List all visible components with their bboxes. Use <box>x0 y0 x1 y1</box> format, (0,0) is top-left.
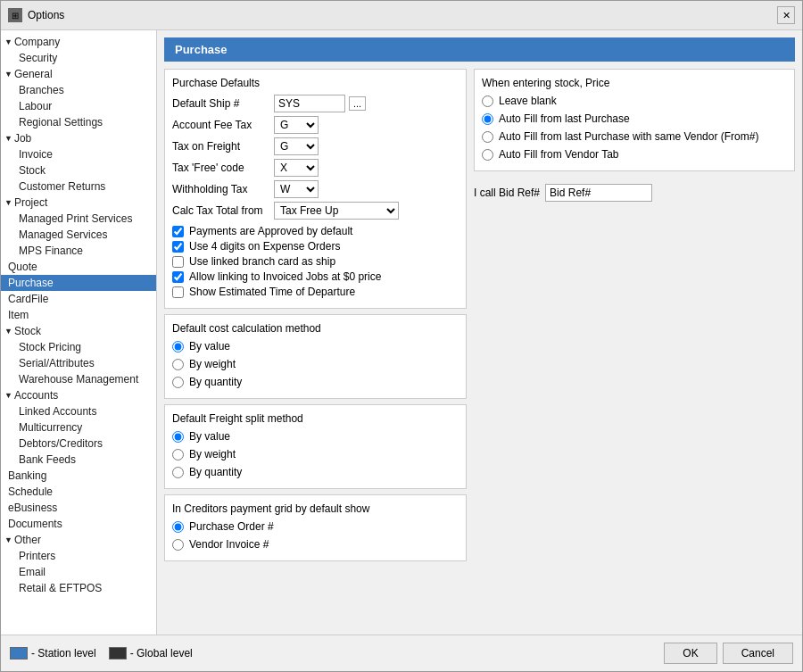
triangle-general: ▼ <box>4 70 12 79</box>
global-legend-box <box>109 647 127 660</box>
vendor-invoice-label: Vendor Invoice # <box>189 538 269 551</box>
sidebar-item-cardfile[interactable]: CardFile <box>1 291 156 307</box>
freight-by-weight-label: By weight <box>189 448 236 460</box>
sidebar-item-warehouse-mgmt[interactable]: Warehouse Management <box>1 371 156 387</box>
when-entering-title: When entering stock, Price <box>482 77 787 89</box>
sidebar-label-other: Other <box>14 534 41 546</box>
triangle-stock: ▼ <box>4 327 12 336</box>
sidebar-item-banking[interactable]: Banking <box>1 468 156 484</box>
cost-by-weight-radio[interactable] <box>172 359 184 370</box>
cost-by-value-radio[interactable] <box>172 341 184 353</box>
auto-fill-last-radio[interactable] <box>482 113 493 125</box>
calc-tax-select[interactable]: Tax Free Up Tax Inclusive <box>274 202 399 220</box>
cost-by-quantity-label: By quantity <box>189 376 242 388</box>
leave-blank-radio[interactable] <box>482 95 493 107</box>
sidebar-item-stock-parent[interactable]: ▼ Stock <box>1 323 156 339</box>
sidebar-item-quote[interactable]: Quote <box>1 259 156 275</box>
main-content: ▼ Company Security ▼ General Branches La… <box>1 30 802 635</box>
sidebar-item-purchase[interactable]: Purchase <box>1 275 156 291</box>
creditors-group: Purchase Order # Vendor Invoice # <box>172 520 459 553</box>
title-bar: ⊞ Options ✕ <box>1 1 802 30</box>
account-fee-tax-select[interactable]: G N <box>274 116 319 134</box>
allow-linking-row: Allow linking to Invoiced Jobs at $0 pri… <box>172 270 459 283</box>
freight-by-value-radio[interactable] <box>172 431 184 443</box>
triangle-job: ▼ <box>4 134 12 143</box>
freight-by-quantity-label: By quantity <box>189 466 242 478</box>
cost-by-quantity-radio[interactable] <box>172 377 184 388</box>
freight-split-group: By value By weight By quantity <box>172 430 459 481</box>
sidebar-item-linked-accounts[interactable]: Linked Accounts <box>1 403 156 419</box>
use-linked-branch-row: Use linked branch card as ship <box>172 255 459 268</box>
sidebar-item-invoice[interactable]: Invoice <box>1 146 156 162</box>
sidebar-item-security[interactable]: Security <box>1 50 156 66</box>
sidebar-item-schedule[interactable]: Schedule <box>1 484 156 500</box>
freight-by-weight-radio[interactable] <box>172 449 184 460</box>
default-ship-browse-button[interactable]: ... <box>349 96 366 111</box>
sidebar-item-branches[interactable]: Branches <box>1 82 156 98</box>
show-eta-row: Show Estimated Time of Departure <box>172 286 459 298</box>
freight-by-value-row: By value <box>172 430 459 443</box>
tax-on-freight-select[interactable]: G N <box>274 137 319 155</box>
withholding-tax-select[interactable]: W N <box>274 180 319 198</box>
sidebar-item-printers[interactable]: Printers <box>1 548 156 564</box>
cancel-button[interactable]: Cancel <box>723 643 793 664</box>
sidebar-item-job[interactable]: ▼ Job <box>1 130 156 146</box>
sidebar-item-stock-pricing[interactable]: Stock Pricing <box>1 339 156 355</box>
default-ship-input[interactable] <box>274 95 345 112</box>
sidebar-item-regional[interactable]: Regional Settings <box>1 114 156 130</box>
account-fee-tax-row: Account Fee Tax G N <box>172 116 459 134</box>
sidebar-item-managed-services[interactable]: Managed Services <box>1 227 156 243</box>
sidebar-item-company[interactable]: ▼ Company <box>1 34 156 50</box>
cost-by-value-row: By value <box>172 340 459 353</box>
cost-by-weight-label: By weight <box>189 358 236 370</box>
purchase-order-label: Purchase Order # <box>189 520 274 533</box>
sidebar-item-accounts[interactable]: ▼ Accounts <box>1 387 156 403</box>
sidebar-item-labour[interactable]: Labour <box>1 98 156 114</box>
sidebar-item-multicurrency[interactable]: Multicurrency <box>1 419 156 436</box>
sidebar-item-debtors-creditors[interactable]: Debtors/Creditors <box>1 436 156 452</box>
payments-approved-label: Payments are Approved by default <box>189 225 352 237</box>
auto-fill-tab-radio[interactable] <box>482 149 493 161</box>
cost-by-weight-row: By weight <box>172 358 459 370</box>
sidebar-item-project[interactable]: ▼ Project <box>1 195 156 211</box>
payments-approved-checkbox[interactable] <box>172 226 184 237</box>
bid-ref-input[interactable] <box>545 184 652 202</box>
use-4digits-checkbox[interactable] <box>172 241 184 253</box>
sidebar-item-email[interactable]: Email <box>1 564 156 580</box>
sidebar-item-serial-attributes[interactable]: Serial/Attributes <box>1 355 156 371</box>
title-bar-left: ⊞ Options <box>8 8 64 22</box>
triangle-company: ▼ <box>4 37 12 46</box>
sidebar-item-ebusiness[interactable]: eBusiness <box>1 500 156 516</box>
auto-fill-last-label: Auto Fill from last Purchase <box>499 112 630 125</box>
sidebar-item-customer-returns[interactable]: Customer Returns <box>1 178 156 195</box>
vendor-invoice-radio[interactable] <box>172 539 184 551</box>
show-eta-checkbox[interactable] <box>172 286 184 298</box>
leave-blank-row: Leave blank <box>482 95 787 107</box>
payments-approved-row: Payments are Approved by default <box>172 225 459 237</box>
sidebar-item-managed-print[interactable]: Managed Print Services <box>1 211 156 227</box>
tax-on-freight-label: Tax on Freight <box>172 140 270 153</box>
sidebar-item-other[interactable]: ▼ Other <box>1 532 156 548</box>
cost-by-value-label: By value <box>189 340 230 353</box>
allow-linking-checkbox[interactable] <box>172 271 184 283</box>
ok-button[interactable]: OK <box>664 643 716 664</box>
freight-by-quantity-radio[interactable] <box>172 467 184 478</box>
close-button[interactable]: ✕ <box>777 6 795 24</box>
global-legend-item: - Global level <box>109 647 193 660</box>
sidebar-item-documents[interactable]: Documents <box>1 516 156 532</box>
cost-method-title: Default cost calculation method <box>172 322 459 335</box>
station-legend-item: - Station level <box>10 647 96 660</box>
sidebar-item-retail-eftpos[interactable]: Retail & EFTPOS <box>1 580 156 596</box>
tax-free-code-select[interactable]: X N <box>274 159 319 177</box>
purchase-order-radio[interactable] <box>172 521 184 533</box>
purchase-order-row: Purchase Order # <box>172 520 459 533</box>
auto-fill-vendor-radio[interactable] <box>482 131 493 143</box>
sidebar-item-stock-job[interactable]: Stock <box>1 162 156 178</box>
sidebar-item-item[interactable]: Item <box>1 307 156 323</box>
sidebar-item-bank-feeds[interactable]: Bank Feeds <box>1 452 156 468</box>
options-window: ⊞ Options ✕ ▼ Company Security ▼ General… <box>0 0 803 672</box>
sidebar-item-general[interactable]: ▼ General <box>1 66 156 82</box>
use-linked-branch-checkbox[interactable] <box>172 256 184 268</box>
sidebar-item-mps-finance[interactable]: MPS Finance <box>1 243 156 259</box>
tax-free-code-row: Tax 'Free' code X N <box>172 159 459 177</box>
